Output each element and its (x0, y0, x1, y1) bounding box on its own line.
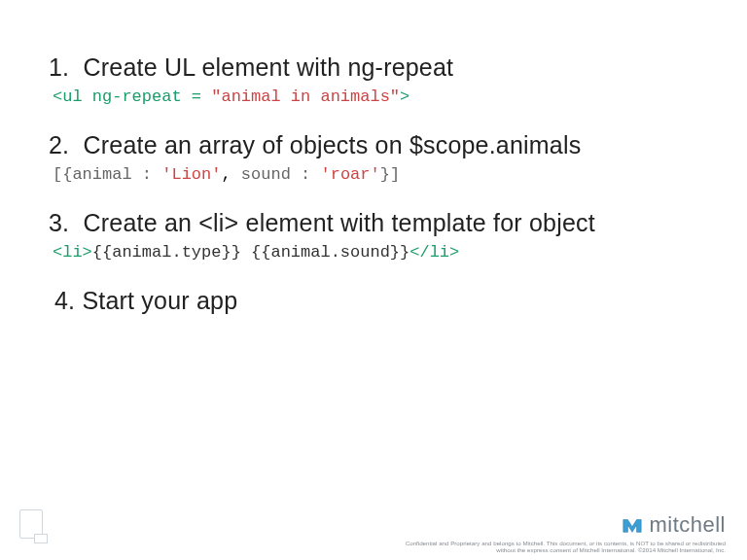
code-token: , (221, 165, 240, 184)
step-1: 1. Create UL element with ng-repeat (49, 53, 698, 82)
code-token: : (132, 165, 162, 184)
code-token: "animal in animals" (211, 88, 400, 106)
slide-footer: mitchell Confidential and Proprietary an… (0, 502, 747, 560)
step-text: Create UL element with ng-repeat (84, 53, 454, 81)
code-line-3: <li>{{animal.type}} {{animal.sound}}</li… (53, 243, 698, 262)
step-num: 1. (49, 53, 69, 81)
brand-name: mitchell (649, 512, 726, 538)
step-num: 2. (49, 131, 69, 158)
code-line-2: [{animal : 'Lion', sound : 'roar'}] (53, 165, 698, 184)
code-token: }] (380, 165, 400, 184)
page-number-box (19, 509, 43, 539)
slide-body: 1. Create UL element with ng-repeat <ul … (0, 0, 747, 315)
mitchell-logo-icon (622, 514, 643, 536)
code-line-1: <ul ng-repeat = "animal in animals"> (53, 88, 698, 106)
footer-right: mitchell Confidential and Proprietary an… (395, 512, 726, 555)
code-token: <li> (53, 243, 92, 262)
code-token: : (291, 165, 321, 184)
code-token: ng-repeat = (83, 88, 212, 106)
code-token: [{ (53, 165, 72, 184)
step-text: Create an array of objects on $scope.ani… (84, 131, 582, 158)
step-num: 4. (54, 287, 75, 314)
code-token: 'roar' (320, 165, 379, 184)
step-text: Start your app (82, 287, 237, 314)
step-2: 2. Create an array of objects on $scope.… (49, 131, 698, 159)
footer-disclaimer: Confidential and Proprietary and belongs… (395, 540, 726, 555)
code-token: </li> (409, 243, 459, 262)
step-3: 3. Create an <li> element with template … (49, 209, 698, 237)
code-token: 'Lion' (161, 165, 221, 184)
code-token: {{animal.type}} {{animal.sound}} (92, 243, 409, 262)
step-4: 4. Start your app (54, 287, 698, 315)
code-token: <ul (53, 88, 83, 106)
code-token: > (400, 88, 409, 106)
code-token: animal (72, 165, 131, 184)
code-token: sound (241, 165, 291, 184)
brand: mitchell (395, 512, 726, 538)
step-text: Create an <li> element with template for… (84, 209, 595, 236)
step-num: 3. (49, 209, 69, 236)
